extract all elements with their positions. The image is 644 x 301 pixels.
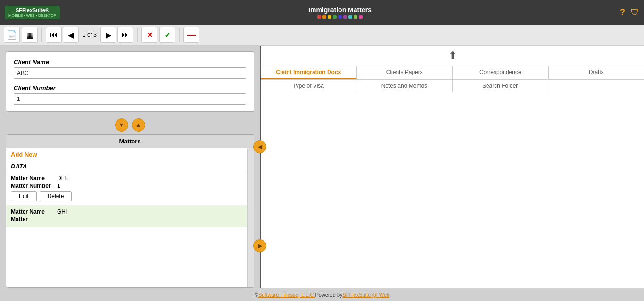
dot-green <box>333 15 337 19</box>
tab-correspondence[interactable]: Correspondence <box>453 66 549 79</box>
collapse-down-button[interactable]: ▼ <box>115 118 128 132</box>
top-bar-right: ? 🛡 <box>620 8 639 17</box>
splitter-arrow-right[interactable]: ▶ <box>253 239 266 252</box>
client-name-input[interactable] <box>14 67 246 79</box>
footer-copyright: © <box>255 292 258 298</box>
matter-item: Matter Name DEF Matter Number 1 Edit Del… <box>6 172 254 205</box>
separator-1 <box>41 28 42 42</box>
dot-orange <box>322 15 326 19</box>
matter-number-row-2: Matter <box>11 216 249 223</box>
cancel-icon: ✕ <box>147 31 153 40</box>
edit-matter-button[interactable]: Edit <box>11 191 37 201</box>
tab-type-of-visa[interactable]: Type of Visa <box>261 80 356 92</box>
minus-icon: — <box>187 30 196 40</box>
new-doc-icon: 📄 <box>7 30 17 40</box>
grid-view-button[interactable]: ▦ <box>22 27 38 43</box>
right-panel-content <box>261 92 644 288</box>
footer-company-link[interactable]: Software Finesse, L.L.C. <box>258 292 315 298</box>
client-number-input[interactable] <box>14 93 246 105</box>
top-bar: SFFlexSuite® MOBILE • WEB • DESKTOP Immi… <box>0 0 644 25</box>
confirm-button[interactable]: ✓ <box>159 27 175 43</box>
upload-area: ⬆ <box>261 46 644 66</box>
data-label: DATA <box>6 161 254 172</box>
top-bar-center: Immigration Matters <box>60 6 620 19</box>
footer: © Software Finesse, L.L.C. Powered by SF… <box>0 288 644 301</box>
client-form: Client Name Client Number <box>6 51 254 112</box>
page-indicator: 1 of 3 <box>80 32 99 38</box>
dot-purple <box>343 15 347 19</box>
separator-2 <box>137 28 138 42</box>
help-icon[interactable]: ? <box>620 8 625 17</box>
upload-icon[interactable]: ⬆ <box>448 50 457 62</box>
app-title: Immigration Matters <box>60 6 620 14</box>
cancel-button[interactable]: ✕ <box>141 27 157 43</box>
footer-powered-by: Powered by <box>315 292 342 298</box>
main-content: Client Name Client Number ▼ ▲ Matters Ad… <box>0 46 644 288</box>
tab-spacer <box>548 80 644 92</box>
client-name-label: Client Name <box>14 59 246 66</box>
confirm-icon: ✓ <box>165 31 171 40</box>
color-grid <box>60 15 620 19</box>
matter-name-value-2: GHI <box>57 209 67 215</box>
next-icon: ▶ <box>106 31 111 40</box>
matter-number-label-2: Matter <box>11 216 53 223</box>
tab-immigration-docs[interactable]: Cleint Immigration Docs <box>261 66 357 79</box>
collapse-bar: ▼ ▲ <box>0 118 260 132</box>
dot-lime <box>354 15 357 19</box>
arrow-right-icon: ▶ <box>258 242 262 249</box>
footer-product-link[interactable]: SFFlexSuite @ Web <box>343 292 390 298</box>
client-number-label: Client Number <box>14 84 246 92</box>
dot-blue <box>338 15 342 19</box>
tab-clients-papers[interactable]: Clients Papers <box>357 66 453 79</box>
arrow-left-icon: ◀ <box>258 143 262 150</box>
navigation-group: ⏮ ◀ 1 of 3 ▶ ⏭ <box>46 27 133 43</box>
new-doc-button[interactable]: 📄 <box>4 27 20 43</box>
delete-matter-button[interactable]: Delete <box>40 191 72 201</box>
matter-number-row: Matter Number 1 <box>11 183 249 189</box>
tab-bar-top: Cleint Immigration Docs Clients Papers C… <box>261 66 644 80</box>
tab-notes-memos[interactable]: Notes and Memos <box>356 80 452 92</box>
prev-icon: ◀ <box>68 31 74 40</box>
logo-text: SFFlexSuite® <box>16 8 49 13</box>
next-record-button[interactable]: ▶ <box>100 27 116 43</box>
tab-bar-bottom: Type of Visa Notes and Memos Search Fold… <box>261 80 644 92</box>
right-panel: ⬆ Cleint Immigration Docs Clients Papers… <box>261 46 644 288</box>
minus-button[interactable]: — <box>183 27 199 43</box>
add-new-link[interactable]: Add New <box>6 148 254 161</box>
collapse-down-icon: ▼ <box>119 122 124 128</box>
matters-scrollbar[interactable] <box>247 148 254 287</box>
matters-header: Matters <box>6 135 254 148</box>
matter-name-label-2: Matter Name <box>11 209 53 215</box>
dot-pink <box>359 15 363 19</box>
shield-icon[interactable]: 🛡 <box>631 8 639 17</box>
splitter-arrow-left[interactable]: ◀ <box>253 140 266 153</box>
matter-name-label: Matter Name <box>11 175 53 182</box>
matter-item: Matter Name GHI Matter <box>6 205 254 227</box>
tab-search-folder[interactable]: Search Folder <box>453 80 548 92</box>
grid-icon: ▦ <box>26 31 33 40</box>
dot-red <box>317 15 321 19</box>
matters-section: Matters Add New DATA Matter Name DEF Mat… <box>6 134 254 288</box>
last-icon: ⏭ <box>122 31 129 39</box>
matter-name-row: Matter Name DEF <box>11 175 249 182</box>
logo-subtext: MOBILE • WEB • DESKTOP <box>8 13 56 17</box>
matter-name-value: DEF <box>57 175 68 182</box>
dot-yellow <box>328 15 331 19</box>
tab-drafts[interactable]: Drafts <box>549 66 644 79</box>
prev-record-button[interactable]: ◀ <box>63 27 79 43</box>
toolbar: 📄 ▦ ⏮ ◀ 1 of 3 ▶ ⏭ ✕ ✓ — <box>0 25 644 46</box>
matter-name-row-2: Matter Name GHI <box>11 209 249 215</box>
matter-number-label: Matter Number <box>11 183 53 189</box>
matter-number-value: 1 <box>57 183 60 189</box>
last-record-button[interactable]: ⏭ <box>117 27 133 43</box>
separator-3 <box>179 28 180 42</box>
logo: SFFlexSuite® MOBILE • WEB • DESKTOP <box>5 6 60 19</box>
dot-cyan <box>348 15 352 19</box>
matters-body: Add New DATA Matter Name DEF Matter Numb… <box>6 148 254 287</box>
first-icon: ⏮ <box>50 31 58 39</box>
left-panel: Client Name Client Number ▼ ▲ Matters Ad… <box>0 46 261 288</box>
first-record-button[interactable]: ⏮ <box>46 27 62 43</box>
matter-actions: Edit Delete <box>11 191 249 201</box>
collapse-up-button[interactable]: ▲ <box>132 118 145 132</box>
collapse-up-icon: ▲ <box>136 122 141 128</box>
